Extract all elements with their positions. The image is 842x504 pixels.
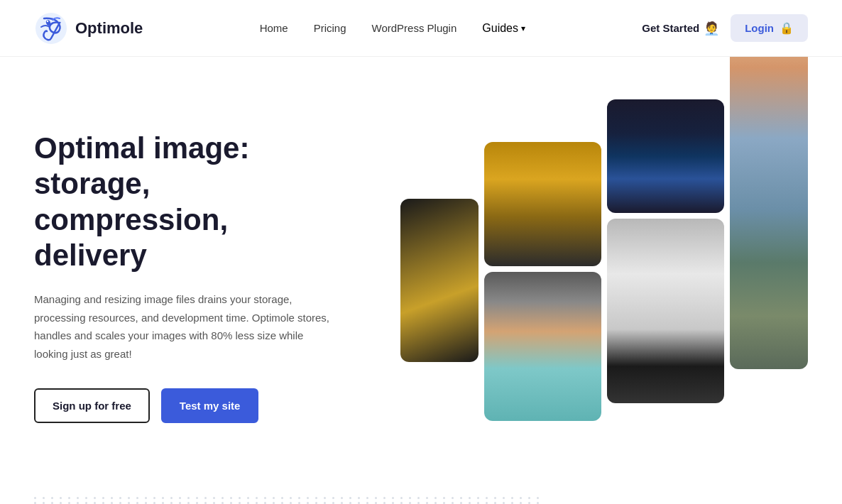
dot (375, 497, 377, 499)
dot (290, 497, 292, 499)
nav-guides[interactable]: Guides ▾ (482, 22, 525, 35)
chevron-down-icon: ▾ (521, 23, 525, 33)
dot (264, 497, 266, 499)
dot (358, 497, 360, 499)
hero-title: Optimal image: storage, compression, del… (34, 131, 332, 274)
image-person-smoke (400, 199, 479, 362)
dot (349, 497, 351, 499)
login-label: Login (745, 22, 774, 34)
image-coastal (730, 57, 808, 369)
hero-buttons: Sign up for free Test my site (34, 388, 332, 423)
dot (460, 497, 462, 499)
dot (324, 497, 326, 499)
dot (77, 497, 79, 499)
dot (417, 497, 420, 499)
dot (520, 497, 522, 499)
dot (469, 497, 471, 499)
nav-wordpress-plugin[interactable]: WordPress Plugin (372, 22, 457, 34)
image-concrete-building (607, 219, 724, 403)
dot (528, 497, 530, 499)
image-col-3 (607, 99, 724, 403)
svg-point-2 (47, 20, 48, 21)
image-col-4 (730, 57, 808, 369)
get-started-label: Get Started (642, 22, 699, 34)
logo-icon (34, 11, 68, 45)
navbar: Optimole Home Pricing WordPress Plugin G… (0, 0, 842, 57)
dot (400, 497, 403, 499)
image-col-2 (484, 142, 601, 421)
get-started-button[interactable]: Get Started 🧑‍💼 (642, 21, 719, 36)
hero-section: Optimal image: storage, compression, del… (0, 57, 842, 483)
dot (366, 497, 368, 499)
dot (51, 497, 53, 499)
signup-button[interactable]: Sign up for free (34, 388, 150, 423)
dot (452, 497, 454, 499)
dot (128, 497, 130, 499)
dot (187, 497, 190, 499)
dot (213, 497, 215, 499)
dot (409, 497, 411, 499)
dot (136, 497, 138, 499)
dot (179, 497, 181, 499)
dot (34, 497, 36, 499)
dot (273, 497, 275, 499)
dot (60, 497, 62, 499)
test-my-site-button[interactable]: Test my site (161, 388, 259, 423)
dot (298, 497, 300, 499)
dot (162, 497, 164, 499)
dots-pattern (0, 483, 842, 504)
dot (383, 497, 386, 499)
nav-guides-label: Guides (482, 22, 518, 35)
dot (341, 497, 343, 499)
dot (256, 497, 258, 499)
dot (196, 497, 198, 499)
dot (443, 497, 445, 499)
dot (102, 497, 104, 499)
dot (434, 497, 437, 499)
hero-content: Optimal image: storage, compression, del… (34, 131, 332, 424)
dot (247, 497, 249, 499)
dot (486, 497, 488, 499)
dot (315, 497, 317, 499)
login-button[interactable]: Login 🔒 (731, 14, 808, 42)
image-building (484, 142, 601, 266)
dot (204, 497, 207, 499)
lock-icon: 🔒 (780, 21, 794, 35)
dot (43, 497, 45, 499)
dot (511, 497, 513, 499)
dot (477, 497, 479, 499)
dot (332, 497, 334, 499)
dot (119, 497, 121, 499)
dot (307, 497, 309, 499)
nav-pricing[interactable]: Pricing (314, 22, 346, 34)
dot (145, 497, 147, 499)
dot (281, 497, 283, 499)
person-add-icon: 🧑‍💼 (704, 21, 719, 36)
dot (94, 497, 96, 499)
dot (153, 497, 155, 499)
dot (230, 497, 232, 499)
dot (392, 497, 394, 499)
dot (111, 497, 113, 499)
dot (170, 497, 173, 499)
hero-image-collage (400, 99, 808, 454)
dot (503, 497, 505, 499)
hero-description: Managing and resizing image files drains… (34, 290, 332, 363)
dot (426, 497, 428, 499)
dot (222, 497, 224, 499)
nav-right: Get Started 🧑‍💼 Login 🔒 (642, 14, 808, 42)
image-girl-book (484, 272, 601, 421)
dot (494, 497, 496, 499)
image-col-1 (400, 199, 479, 362)
logo-link[interactable]: Optimole (34, 11, 143, 45)
nav-links: Home Pricing WordPress Plugin Guides ▾ (260, 22, 525, 35)
dot (68, 497, 70, 499)
dot (85, 497, 87, 499)
nav-home[interactable]: Home (260, 22, 288, 34)
image-subway (607, 99, 724, 213)
dot (239, 497, 241, 499)
logo-text: Optimole (75, 19, 143, 38)
dot (537, 497, 539, 499)
